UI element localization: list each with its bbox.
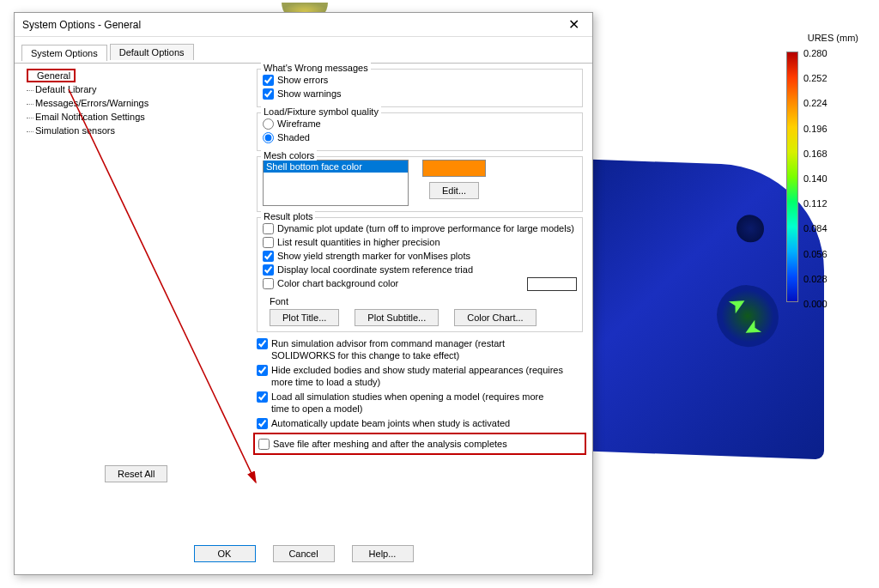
tab-row: System Options Default Options — [21, 44, 592, 63]
local-triad-checkbox[interactable] — [263, 264, 274, 276]
plot-subtitle-button[interactable]: Plot Subtitle... — [355, 309, 439, 326]
tab-system-options[interactable]: System Options — [21, 45, 107, 61]
edit-color-button[interactable]: Edit... — [429, 182, 479, 199]
hide-excluded-label: Hide excluded bodies and show study mate… — [271, 364, 563, 388]
mesh-colors-group: Mesh colors Shell bottom face color Edit… — [257, 156, 583, 212]
legend-tick: 0.028 — [803, 274, 827, 299]
group-title: Result plots — [261, 211, 315, 221]
load-all-checkbox[interactable] — [257, 391, 268, 403]
legend-tick: 0.084 — [803, 223, 827, 248]
show-errors-label: Show errors — [277, 74, 328, 86]
legend-tick: 0.280 — [803, 48, 827, 73]
cancel-button[interactable]: Cancel — [273, 545, 335, 562]
model-hole — [737, 215, 764, 243]
tree-item-sim-sensors[interactable]: Simulation sensors — [27, 124, 220, 137]
show-warnings-label: Show warnings — [277, 88, 342, 100]
yield-marker-checkbox[interactable] — [263, 251, 274, 262]
legend-tick: 0.168 — [803, 149, 827, 173]
bg-color-swatch — [527, 277, 577, 291]
legend-tick: 0.056 — [803, 249, 827, 274]
dialog-title: System Options - General — [22, 13, 141, 37]
run-advisor-checkbox[interactable] — [257, 338, 268, 349]
tab-default-options[interactable]: Default Options — [110, 44, 194, 60]
high-precision-checkbox[interactable] — [263, 237, 274, 248]
yield-marker-label: Show yield strength marker for vonMises … — [277, 250, 470, 262]
show-warnings-checkbox[interactable] — [263, 88, 274, 100]
dialog-button-row: OK Cancel Help... — [15, 545, 592, 562]
group-title: Mesh colors — [261, 150, 317, 161]
save-after-label: Save file after meshing and after the an… — [273, 438, 507, 450]
auto-beam-label: Automatically update beam joints when st… — [271, 417, 510, 429]
tree-item-default-library[interactable]: Default Library — [27, 82, 220, 96]
fea-model-render: ➤ ➤ — [567, 159, 824, 459]
tab-content: General Default Library Messages/Errors/… — [15, 63, 592, 549]
options-tree: General Default Library Messages/Errors/… — [27, 69, 220, 137]
system-options-dialog: System Options - General ✕ System Option… — [14, 12, 593, 575]
legend-tick: 0.196 — [803, 124, 827, 149]
auto-beam-checkbox[interactable] — [257, 418, 268, 429]
color-chart-button[interactable]: Color Chart... — [454, 309, 536, 326]
high-precision-label: List result quantities in higher precisi… — [277, 236, 440, 248]
mesh-colors-listbox[interactable]: Shell bottom face color — [263, 160, 409, 206]
dialog-titlebar: System Options - General ✕ — [15, 13, 592, 37]
color-swatch — [422, 160, 486, 177]
run-advisor-label: Run simulation advisor from command mana… — [271, 337, 563, 361]
legend-tick: 0.224 — [803, 98, 827, 123]
shaded-radio[interactable] — [263, 132, 274, 143]
hide-excluded-checkbox[interactable] — [257, 365, 268, 376]
wireframe-label: Wireframe — [277, 118, 321, 130]
font-label: Font — [270, 296, 577, 306]
color-bg-label: Color chart background color — [277, 277, 398, 289]
color-bg-checkbox[interactable] — [263, 278, 274, 289]
model-fixture-region — [717, 284, 779, 349]
whats-wrong-group: What's Wrong messages Show errors Show w… — [257, 69, 583, 107]
result-color-legend: URES (mm) 0.280 0.252 0.224 0.196 0.168 … — [803, 33, 858, 48]
legend-tick: 0.000 — [803, 299, 827, 324]
legend-gradient-bar — [786, 52, 798, 302]
result-plots-group: Result plots Dynamic plot update (turn o… — [257, 217, 583, 332]
local-triad-label: Display local coordinate system referenc… — [277, 264, 473, 276]
load-all-label: Load all simulation studies when opening… — [271, 391, 563, 415]
legend-title: URES (mm) — [803, 33, 858, 43]
legend-tick: 0.252 — [803, 73, 827, 98]
extra-options: Run simulation advisor from command mana… — [257, 337, 583, 452]
group-title: What's Wrong messages — [261, 63, 371, 73]
legend-ticks: 0.280 0.252 0.224 0.196 0.168 0.140 0.11… — [803, 48, 827, 324]
dynamic-update-label: Dynamic plot update (turn off to improve… — [277, 222, 574, 234]
mesh-color-item[interactable]: Shell bottom face color — [264, 161, 408, 173]
show-errors-checkbox[interactable] — [263, 75, 274, 86]
plot-title-button[interactable]: Plot Title... — [270, 309, 339, 326]
ok-button[interactable]: OK — [194, 545, 256, 562]
close-icon[interactable]: ✕ — [563, 13, 585, 37]
legend-tick: 0.112 — [803, 198, 827, 223]
tree-item-general[interactable]: General — [27, 69, 76, 82]
dynamic-update-checkbox[interactable] — [263, 223, 274, 234]
shaded-label: Shaded — [277, 131, 310, 143]
help-button[interactable]: Help... — [352, 545, 414, 562]
settings-panel: What's Wrong messages Show errors Show w… — [257, 69, 583, 454]
reset-all-button[interactable]: Reset All — [105, 465, 167, 482]
tree-item-email[interactable]: Email Notification Settings — [27, 110, 220, 124]
wireframe-radio[interactable] — [263, 118, 274, 130]
save-after-checkbox[interactable] — [258, 439, 270, 450]
group-title: Load/Fixture symbol quality — [261, 106, 381, 117]
legend-tick: 0.140 — [803, 173, 827, 198]
tree-item-messages[interactable]: Messages/Errors/Warnings — [27, 96, 220, 110]
load-fixture-group: Load/Fixture symbol quality Wireframe Sh… — [257, 112, 583, 151]
